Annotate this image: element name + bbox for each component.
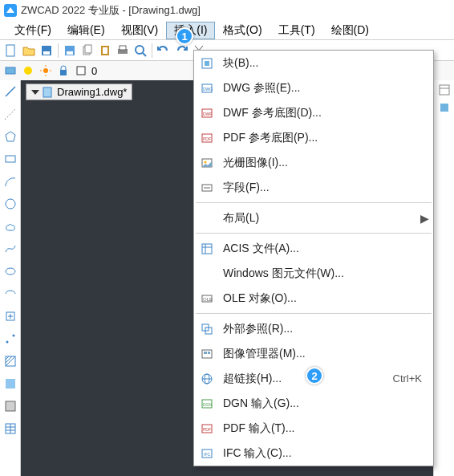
svg-point-12: [136, 46, 144, 54]
window-title: ZWCAD 2022 专业版 - [Drawing1.dwg]: [21, 3, 201, 18]
svg-rect-42: [6, 379, 15, 389]
file-icon: [43, 87, 54, 98]
point-icon[interactable]: [2, 331, 18, 347]
app-logo-icon: [3, 3, 18, 18]
menu-tool[interactable]: 工具(T): [270, 22, 323, 39]
svg-text:DWF: DWF: [203, 112, 212, 116]
menu-item-pdf-import[interactable]: PDF PDF 输入(T)...: [194, 416, 433, 441]
arc-icon[interactable]: [2, 173, 18, 189]
menu-item-dwg-ref[interactable]: DWG DWG 参照(E)...: [194, 75, 433, 100]
submenu-arrow-icon: ▶: [420, 212, 428, 225]
light-on-icon[interactable]: [21, 63, 35, 78]
tool-icon[interactable]: [438, 101, 451, 114]
saveas-icon[interactable]: [62, 43, 78, 59]
menu-item-dwf-underlay[interactable]: DWF DWF 参考底图(D)...: [194, 100, 433, 125]
document-tab-label: Drawing1.dwg*: [57, 86, 127, 98]
svg-rect-53: [205, 61, 209, 66]
menu-item-acis[interactable]: ACIS 文件(A)...: [194, 236, 433, 261]
preview-icon[interactable]: [132, 43, 148, 59]
xref-icon: [199, 321, 215, 337]
ellipse-arc-icon[interactable]: [2, 286, 18, 302]
layer-name[interactable]: 0: [91, 65, 97, 77]
menu-edit[interactable]: 编辑(E): [59, 22, 113, 39]
svg-rect-9: [103, 47, 107, 54]
acis-icon: [199, 241, 215, 257]
menu-item-ifc-import[interactable]: IFC IFC 输入(C)...: [194, 441, 433, 466]
svg-point-32: [6, 268, 15, 275]
svg-text:IFC: IFC: [204, 452, 210, 457]
menu-divider: [196, 202, 432, 203]
svg-rect-30: [6, 156, 15, 162]
polygon-icon[interactable]: [2, 128, 18, 144]
dropdown-triangle-icon: [31, 90, 39, 95]
menu-item-xref[interactable]: 外部参照(R)...: [194, 316, 433, 341]
menu-item-field[interactable]: 字段(F)...: [194, 175, 433, 200]
block-icon: [199, 55, 215, 71]
circle-icon[interactable]: [2, 196, 18, 212]
svg-rect-5: [67, 51, 73, 55]
svg-marker-29: [6, 132, 15, 141]
construction-line-icon[interactable]: [2, 106, 18, 122]
menu-bar: 文件(F) 编辑(E) 视图(V) 插入(I) 格式(O) 工具(T) 绘图(D…: [0, 21, 454, 40]
svg-line-39: [6, 356, 9, 360]
draw-toolbar: [0, 80, 21, 476]
menu-draw[interactable]: 绘图(D): [323, 22, 377, 39]
menu-item-dgn-import[interactable]: DGN DGN 输入(G)...: [194, 391, 433, 416]
insert-block-icon[interactable]: [2, 308, 18, 324]
menu-item-block[interactable]: 块(B)...: [194, 51, 433, 75]
svg-rect-18: [6, 67, 15, 74]
svg-line-28: [5, 108, 16, 120]
line-icon[interactable]: [2, 83, 18, 100]
spline-icon[interactable]: [2, 241, 18, 257]
menu-item-layout[interactable]: 布局(L) ▶: [194, 205, 433, 230]
layer-color-icon[interactable]: [74, 63, 88, 78]
region-icon[interactable]: [2, 398, 18, 414]
gradient-icon[interactable]: [2, 376, 18, 392]
layer-prop-icon[interactable]: [3, 63, 18, 78]
menu-item-wmf[interactable]: Windows 图元文件(W)...: [194, 261, 433, 286]
svg-rect-49: [440, 85, 449, 95]
hatch-icon[interactable]: [2, 353, 18, 369]
svg-text:PDF: PDF: [203, 427, 211, 432]
sun-icon[interactable]: [39, 63, 53, 78]
table-icon[interactable]: [2, 421, 18, 437]
right-toolbar: [433, 80, 454, 476]
save-icon[interactable]: [39, 43, 55, 59]
menu-file[interactable]: 文件(F): [6, 22, 59, 39]
toolbar-separator: [152, 43, 152, 58]
properties-icon[interactable]: [438, 83, 451, 96]
svg-rect-70: [204, 352, 207, 354]
copy-icon[interactable]: [79, 43, 95, 59]
open-icon[interactable]: [21, 43, 37, 59]
undo-icon[interactable]: [156, 43, 172, 59]
toolbar-separator: [58, 43, 59, 58]
img-mgr-icon: [199, 346, 215, 362]
menu-item-raster-image[interactable]: 光栅图像(I)...: [194, 150, 433, 175]
ellipse-icon[interactable]: [2, 263, 18, 279]
menu-divider: [196, 313, 432, 314]
hyperlink-icon: [199, 371, 215, 387]
svg-rect-71: [208, 352, 210, 354]
svg-rect-3: [43, 51, 50, 55]
title-bar: ZWCAD 2022 专业版 - [Drawing1.dwg]: [0, 0, 454, 21]
menu-item-ole[interactable]: OLE OLE 对象(O)...: [194, 286, 433, 311]
print-icon[interactable]: [115, 43, 131, 59]
menu-item-image-manager[interactable]: 图像管理器(M)...: [194, 341, 433, 366]
svg-rect-64: [202, 244, 212, 254]
svg-point-37: [12, 335, 14, 337]
document-tab[interactable]: Drawing1.dwg*: [26, 83, 132, 100]
svg-rect-11: [120, 46, 126, 50]
svg-point-36: [6, 341, 8, 344]
paste-icon[interactable]: [97, 43, 113, 59]
menu-view[interactable]: 视图(V): [113, 22, 167, 39]
shortcut-label: Ctrl+K: [393, 372, 422, 384]
menu-item-pdf-underlay[interactable]: PDF PDF 参考底图(P)...: [194, 125, 433, 150]
lock-icon[interactable]: [56, 63, 71, 78]
callout-2: 2: [306, 367, 323, 384]
svg-rect-48: [43, 87, 51, 97]
rectangle-icon[interactable]: [2, 151, 18, 167]
svg-rect-25: [60, 70, 67, 75]
revcloud-icon[interactable]: [2, 218, 18, 234]
menu-format[interactable]: 格式(O): [215, 22, 270, 39]
new-icon[interactable]: [3, 43, 19, 59]
